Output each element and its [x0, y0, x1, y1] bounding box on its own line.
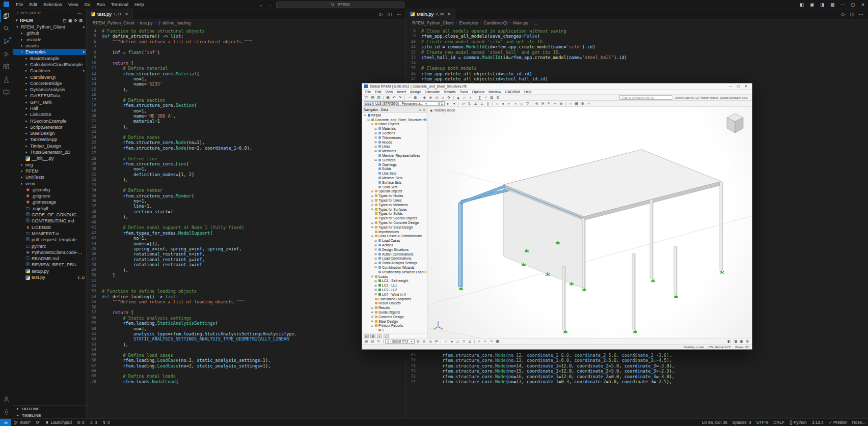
code-line[interactable]: 10# Create new model named 'silo' and ge…	[406, 39, 868, 44]
activity-search-icon[interactable]	[0, 22, 13, 35]
code-line[interactable]: 9rfem_app.close_all_models(save_changes=…	[406, 34, 868, 39]
code-line[interactable]: 27	[87, 151, 405, 156]
rfem-nav-item[interactable]: Calculation Diagrams	[362, 297, 427, 301]
code-line[interactable]: 69 # Define nodal loads	[87, 374, 405, 379]
status-item[interactable]: Rose...	[850, 420, 868, 425]
code-line[interactable]: 33	[87, 183, 405, 188]
rfem-shadows-icon[interactable]: ◐	[468, 95, 473, 100]
rfem-line-icon[interactable]: ◐	[506, 101, 512, 106]
code-line[interactable]: 15# Cleanup both models	[406, 66, 868, 71]
code-line[interactable]: 16rfem_app.delete_all_objects(id=silo_id…	[406, 71, 868, 76]
rfem-new-model-icon[interactable]: ▢	[364, 95, 369, 100]
rfem-nav-item[interactable]: ⊟Loads	[362, 274, 427, 279]
explorer-item[interactable]: ▸GetRFEMData	[13, 93, 86, 99]
rfem-node-icon[interactable]: ●	[500, 101, 506, 106]
code-line[interactable]: 12 rfem.structure_core.Material(	[87, 71, 405, 76]
rfem-viewport[interactable]: ◉ Visibility mode	[427, 107, 752, 338]
activity-run-and-debug-icon[interactable]	[0, 48, 13, 61]
rfem-trim-icon[interactable]: ✂	[552, 101, 558, 106]
code-line[interactable]: 67 rfem.loading.LoadCase(no=2, static_an…	[87, 363, 405, 368]
code-line[interactable]: 20 name='HE 300 A',	[87, 113, 405, 119]
explorer-item[interactable]: ▸assets	[13, 43, 86, 49]
code-line[interactable]: 7	[87, 44, 405, 49]
menu-go[interactable]: Go	[81, 2, 93, 7]
rfem-nav-item[interactable]: ⊟RFEM	[362, 113, 427, 118]
rfem-view-y-icon[interactable]: ●	[449, 339, 454, 344]
rfem-navigator-header[interactable]: Navigator - Data ⊡✕	[362, 107, 427, 112]
breadcrumb-item[interactable]: RFEM_Python_Client	[93, 20, 134, 25]
history-forward-icon[interactable]: →	[267, 2, 273, 8]
code-line[interactable]: 35 rfem.structure_core.Member(	[87, 193, 405, 198]
status-item[interactable]: 3.12.4	[809, 420, 826, 425]
customize-layout-icon[interactable]: ▦	[827, 0, 837, 9]
explorer-item[interactable]: ▸.github	[13, 30, 86, 36]
explorer-item[interactable]: ▢.nojekyll	[13, 206, 86, 212]
code-line[interactable]: 36 no=1,	[87, 198, 405, 204]
explorer-item[interactable]: ▾Examples●	[13, 49, 86, 55]
rfem-nav-item[interactable]: ⊞Static Analysis Settings	[362, 261, 427, 265]
explorer-item[interactable]: ▸ConcreteBridge	[13, 80, 86, 87]
code-line[interactable]: 32 ),	[87, 177, 405, 182]
rfem-table-minimize-icon[interactable]: ⊟	[370, 339, 375, 344]
code-line[interactable]: 63 ),	[87, 342, 405, 347]
explorer-item[interactable]: ◆.gitignore	[13, 193, 86, 199]
rfem-layers-icon[interactable]: ≡	[489, 339, 494, 344]
explorer-item[interactable]: ⓘREADME.md	[13, 255, 86, 262]
rfem-mirror-icon[interactable]: ⊥	[479, 101, 484, 106]
rfem-edit-icon[interactable]: ✎	[546, 101, 552, 106]
code-line[interactable]: 40	[87, 220, 405, 225]
outline-section[interactable]: ▸OUTLINE	[13, 405, 86, 412]
rfem-view-top-icon[interactable]: ▽	[461, 339, 467, 344]
close-icon[interactable]: ✕	[447, 12, 451, 17]
menu-help[interactable]: Help	[131, 2, 147, 7]
code-line[interactable]: 8# Close all models opened in applicatio…	[406, 29, 868, 34]
code-line[interactable]: 60 no=1,	[87, 326, 405, 331]
code-line[interactable]: 58 # Static analysis settings	[87, 316, 405, 321]
rfem-nav-item[interactable]: ⊞Action Combinations	[362, 252, 427, 257]
explorer-item[interactable]: ▸.vscode	[13, 37, 86, 43]
rfem-loads-on-members-icon[interactable]: ⟲	[534, 101, 539, 106]
explorer-item[interactable]: ▸UnitTests	[13, 174, 86, 180]
rfem-nav-item[interactable]: ⊞Types for Members	[362, 203, 427, 207]
rfem-nav-item[interactable]: ⊞LC2 - LL1	[362, 283, 427, 288]
rfem-rotate-icon[interactable]: ∠	[473, 101, 478, 106]
breadcrumb-item[interactable]: test.py	[140, 20, 152, 25]
explorer-item[interactable]: ▢pylintrc	[13, 243, 86, 249]
rfem-nav-item[interactable]: ⊟Basic Objects	[362, 122, 427, 127]
split-editor-icon[interactable]: ◫	[387, 12, 392, 17]
minimize-icon[interactable]: —	[727, 84, 735, 89]
rfem-extend-icon[interactable]: ⊕	[558, 101, 564, 106]
menu-run[interactable]: Run	[93, 2, 108, 7]
rfem-nav-item[interactable]: ⊞Actions	[362, 243, 427, 247]
breadcrumb-item[interactable]: ...	[534, 20, 537, 25]
rfem-render-wire-icon[interactable]: △	[462, 95, 467, 100]
rfem-menu-help[interactable]: Help	[522, 90, 533, 94]
navigator-tab-3[interactable]: ◐	[377, 334, 382, 338]
rfem-pane-right-icon[interactable]: ◨	[733, 339, 738, 344]
explorer-item[interactable]: ▸RSectionExample	[13, 118, 86, 124]
rfem-redo-icon[interactable]: ↷	[397, 95, 403, 100]
code-line[interactable]: 65 # Define load cases	[87, 353, 405, 358]
explorer-item[interactable]: ▸LinkUSGS	[13, 111, 86, 118]
code-line[interactable]: 18 rfem.structure_core.Section(	[87, 103, 405, 108]
code-line[interactable]: 73 rfem.structure_core.Node(no=16, coord…	[406, 374, 868, 379]
menu-selection[interactable]: Selection	[40, 2, 65, 7]
tab-test-py[interactable]: test.py 1, U ✕	[87, 9, 133, 19]
explorer-item[interactable]: ▸Timber_Design	[13, 143, 86, 149]
rfem-keyword-search[interactable]: Type a keyword (Alt+Q)	[619, 95, 672, 100]
rfem-nav-item[interactable]: ⊞Types for Steel Design	[362, 225, 427, 230]
more-actions-icon[interactable]: ⋯	[859, 12, 863, 17]
menu-terminal[interactable]: Terminal	[108, 2, 131, 7]
code-line[interactable]: 39 ),	[87, 214, 405, 219]
rfem-menu-tools[interactable]: Tools	[457, 90, 470, 94]
explorer-item[interactable]: __init__.py	[13, 155, 86, 161]
code-line[interactable]: 74 rfem.structure_core.Node(no=17, coord…	[406, 379, 868, 384]
code-line[interactable]: 15 ),	[87, 87, 405, 92]
status-item[interactable]: Ln 86, Col 36	[699, 420, 729, 425]
rfem-zoom-extents-icon[interactable]: ◎	[427, 339, 433, 344]
explorer-item[interactable]: §LICENSE	[13, 224, 86, 231]
rfem-align-icon[interactable]: ∥	[485, 101, 491, 106]
code-line[interactable]: 51	[87, 278, 405, 283]
rfem-nav-item[interactable]: ⊞Types for Nodes	[362, 193, 427, 198]
rfem-nav-item[interactable]: ⊞Combination Wizards	[362, 265, 427, 270]
